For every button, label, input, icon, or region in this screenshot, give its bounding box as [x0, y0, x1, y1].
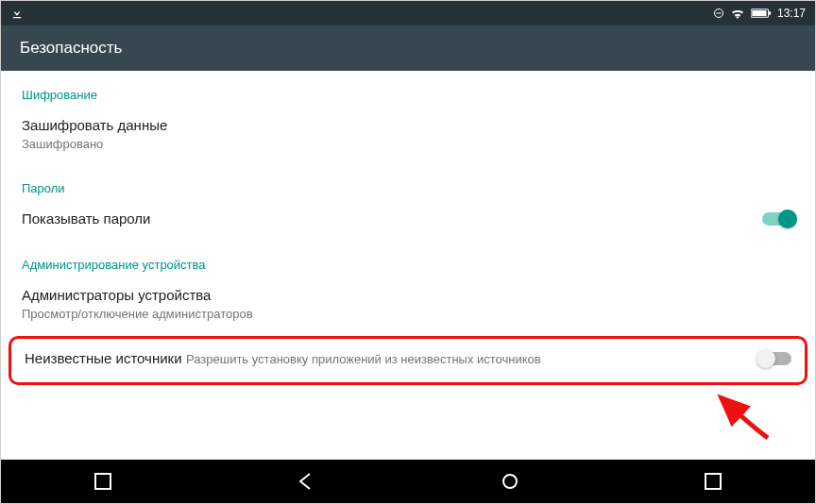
battery-icon: [751, 8, 772, 19]
row-title: Администраторы устройства: [22, 285, 253, 306]
wifi-icon: [730, 8, 745, 19]
titlebar: Безопасность: [1, 25, 815, 71]
device-screen: 13:17 Безопасность Шифрование Зашифроват…: [0, 0, 816, 504]
row-title: Показывать пароли: [22, 209, 150, 229]
row-encrypt-device[interactable]: Зашифровать данные Зашифровано: [1, 109, 815, 164]
clock: 13:17: [777, 7, 806, 20]
page-title: Безопасность: [20, 39, 122, 58]
svg-rect-3: [752, 10, 766, 16]
row-show-passwords[interactable]: Показывать пароли: [1, 203, 815, 241]
dnd-icon: [713, 8, 724, 19]
statusbar: 13:17: [1, 1, 815, 25]
row-subtitle: Зашифровано: [22, 136, 167, 153]
svg-rect-1: [716, 13, 721, 14]
nav-recent-button[interactable]: [76, 460, 129, 503]
section-header-encryption: Шифрование: [1, 71, 815, 109]
nav-overview-button[interactable]: [687, 460, 740, 503]
row-unknown-sources[interactable]: Неизвестные источники Разрешить установк…: [8, 336, 808, 385]
svg-point-6: [503, 475, 517, 488]
nav-home-button[interactable]: [484, 460, 536, 503]
svg-rect-7: [706, 474, 721, 489]
section-header-device-admin: Администрирование устройства: [1, 241, 815, 279]
navbar: [1, 460, 815, 503]
settings-content: Шифрование Зашифровать данные Зашифрован…: [1, 71, 815, 462]
svg-rect-5: [95, 474, 110, 489]
svg-rect-4: [769, 11, 771, 14]
switch-show-passwords[interactable]: [762, 212, 794, 226]
row-title: Неизвестные источники: [25, 350, 182, 366]
row-device-admins[interactable]: Администраторы устройства Просмотр/отклю…: [1, 279, 815, 334]
switch-unknown-sources[interactable]: [759, 352, 791, 365]
download-icon: [10, 7, 24, 20]
row-subtitle: Разрешить установку приложений из неизве…: [186, 352, 541, 366]
row-title: Зашифровать данные: [22, 115, 167, 136]
row-subtitle: Просмотр/отключение администраторов: [22, 306, 253, 323]
nav-back-button[interactable]: [280, 460, 332, 503]
section-header-passwords: Пароли: [1, 164, 815, 203]
